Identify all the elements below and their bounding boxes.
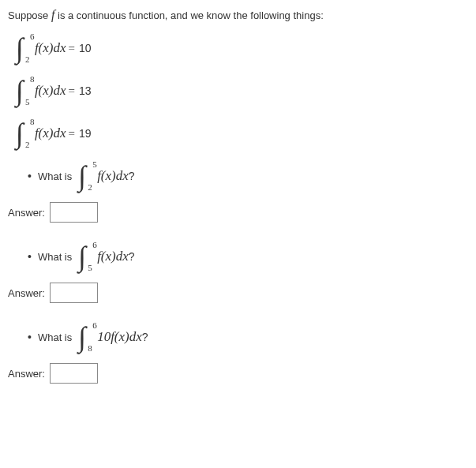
question-3: • What is ∫68 10f(x)dx? bbox=[28, 323, 468, 351]
lower-bound: 5 bbox=[25, 98, 30, 107]
given-integral-2: ∫85 f(x)dx = 13 bbox=[16, 77, 468, 105]
integrand: f(x)dx bbox=[35, 83, 66, 99]
integrand: f(x)dx bbox=[35, 125, 66, 141]
integral-icon: ∫85 bbox=[16, 77, 24, 105]
intro-text: Suppose f is a continuous function, and … bbox=[8, 8, 468, 22]
upper-bound: 8 bbox=[30, 75, 35, 84]
bullet-icon: • bbox=[28, 250, 32, 263]
given-integral-1: ∫62 f(x)dx = 10 bbox=[16, 34, 468, 62]
what-is-label: What is bbox=[38, 331, 72, 343]
given-value: 10 bbox=[79, 42, 92, 54]
lower-bound: 5 bbox=[88, 264, 92, 272]
upper-bound: 6 bbox=[92, 241, 97, 249]
upper-bound: 6 bbox=[30, 32, 35, 41]
answer-row-1: Answer: bbox=[8, 202, 468, 223]
answer-input-3[interactable] bbox=[50, 363, 98, 384]
upper-bound: 5 bbox=[92, 160, 97, 169]
integrand: 10f(x)dx? bbox=[97, 329, 148, 345]
answer-label: Answer: bbox=[8, 287, 45, 299]
lower-bound: 8 bbox=[88, 344, 92, 353]
integral-icon: ∫52 bbox=[78, 162, 86, 190]
upper-bound: 8 bbox=[30, 118, 35, 126]
lower-bound: 2 bbox=[25, 140, 30, 149]
integrand-text: 10f(x)dx bbox=[97, 329, 142, 344]
equals-sign: = bbox=[69, 127, 75, 140]
integrand-text: f(x)dx bbox=[97, 168, 129, 183]
answer-input-2[interactable] bbox=[50, 283, 98, 303]
bullet-icon: • bbox=[28, 170, 32, 182]
question-mark: ? bbox=[129, 170, 135, 182]
question-integral: ∫68 10f(x)dx? bbox=[78, 323, 148, 351]
integral-icon: ∫62 bbox=[16, 34, 24, 62]
answer-label: Answer: bbox=[8, 207, 45, 219]
integral-icon: ∫65 bbox=[78, 242, 86, 271]
answer-row-3: Answer: bbox=[8, 363, 468, 384]
equals-sign: = bbox=[69, 42, 75, 55]
bullet-icon: • bbox=[28, 331, 32, 343]
upper-bound: 6 bbox=[92, 321, 97, 330]
integrand: f(x)dx? bbox=[97, 249, 134, 264]
question-1: • What is ∫52 f(x)dx? bbox=[28, 162, 468, 190]
answer-label: Answer: bbox=[8, 368, 45, 380]
integral-icon: ∫68 bbox=[78, 323, 86, 351]
question-mark: ? bbox=[142, 331, 148, 343]
lower-bound: 2 bbox=[88, 183, 92, 192]
given-integral-3: ∫82 f(x)dx = 19 bbox=[16, 119, 468, 148]
intro-prefix: Suppose bbox=[8, 9, 51, 21]
equals-sign: = bbox=[69, 84, 75, 98]
given-value: 13 bbox=[79, 84, 92, 97]
integrand-text: f(x)dx bbox=[97, 249, 129, 264]
answer-input-1[interactable] bbox=[50, 202, 98, 223]
integrand: f(x)dx bbox=[35, 40, 66, 56]
question-integral: ∫65 f(x)dx? bbox=[78, 242, 134, 271]
answer-row-2: Answer: bbox=[8, 283, 468, 303]
question-2: • What is ∫65 f(x)dx? bbox=[28, 242, 468, 271]
what-is-label: What is bbox=[38, 251, 72, 263]
question-integral: ∫52 f(x)dx? bbox=[78, 162, 134, 190]
what-is-label: What is bbox=[38, 170, 72, 182]
lower-bound: 2 bbox=[25, 55, 30, 64]
intro-suffix: is a continuous function, and we know th… bbox=[54, 9, 323, 21]
given-value: 19 bbox=[79, 127, 92, 140]
question-mark: ? bbox=[129, 250, 135, 263]
integrand: f(x)dx? bbox=[97, 168, 134, 184]
integral-icon: ∫82 bbox=[16, 119, 24, 148]
